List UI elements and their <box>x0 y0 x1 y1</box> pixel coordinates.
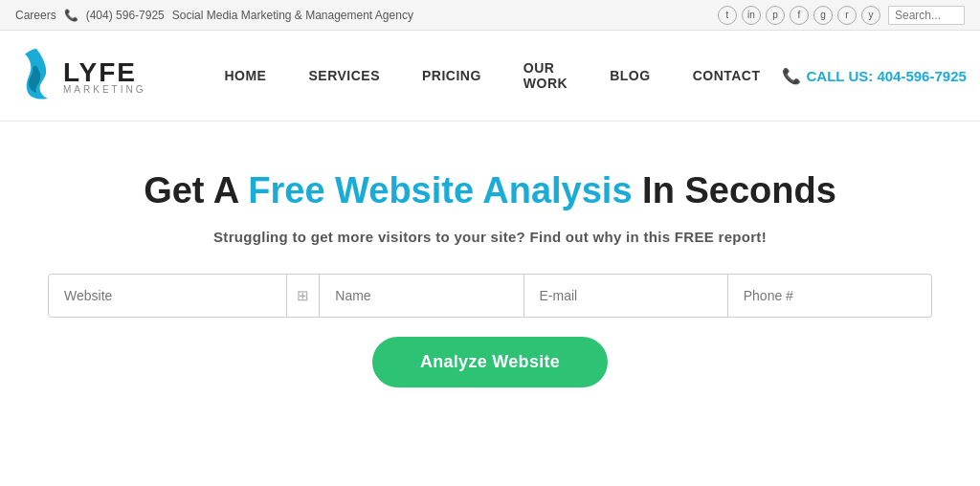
email-input[interactable] <box>524 274 728 318</box>
call-us[interactable]: 📞 CALL US: 404-596-7925 <box>782 67 967 85</box>
title-part2: In Seconds <box>633 170 836 210</box>
call-label: CALL US: 404-596-7925 <box>807 68 967 84</box>
search-input[interactable] <box>888 6 965 25</box>
nav-contact[interactable]: CONTACT <box>672 68 782 83</box>
logo-text-area: LYFE MARKETING <box>63 57 145 95</box>
nav-home[interactable]: HOME <box>203 68 287 83</box>
logo-sub: MARKETING <box>63 84 145 95</box>
analysis-form: ⊞ <box>48 274 932 318</box>
youtube-icon[interactable]: y <box>861 6 880 25</box>
top-bar-left: Careers 📞 (404) 596-7925 Social Media Ma… <box>15 9 413 22</box>
name-input[interactable] <box>320 274 523 318</box>
nav-pricing[interactable]: PRICING <box>401 68 502 83</box>
nav-blog[interactable]: BLOG <box>589 68 671 83</box>
top-bar: Careers 📞 (404) 596-7925 Social Media Ma… <box>0 0 980 31</box>
nav-links: HOME SERVICES PRICING OUR WORK BLOG CONT… <box>203 60 781 91</box>
linkedin-icon[interactable]: in <box>742 6 761 25</box>
phone-icon: 📞 <box>64 9 78 22</box>
pinterest-icon[interactable]: p <box>766 6 785 25</box>
nav-bar: LYFE MARKETING HOME SERVICES PRICING OUR… <box>0 31 980 122</box>
social-icons: t in p f g r y <box>718 6 880 25</box>
nav-services[interactable]: SERVICES <box>287 68 401 83</box>
twitter-icon[interactable]: t <box>718 6 737 25</box>
logo-flame-icon <box>19 47 54 104</box>
logo-name: LYFE <box>63 57 145 88</box>
hero-section: Get A Free Website Analysis In Seconds S… <box>0 122 980 416</box>
googleplus-icon[interactable]: g <box>813 6 833 25</box>
title-highlight: Free Website Analysis <box>248 170 632 210</box>
top-bar-right: t in p f g r y <box>718 6 965 25</box>
call-icon: 📞 <box>782 67 801 85</box>
nav-ourwork[interactable]: OUR WORK <box>502 60 589 91</box>
hero-title: Get A Free Website Analysis In Seconds <box>19 169 961 213</box>
rss-icon[interactable]: r <box>837 6 857 25</box>
tagline: Social Media Marketing & Management Agen… <box>172 9 413 22</box>
phone-input[interactable] <box>728 274 932 318</box>
top-phone[interactable]: (404) 596-7925 <box>86 9 165 22</box>
website-input[interactable] <box>48 274 287 318</box>
website-icon: ⊞ <box>287 274 320 318</box>
careers-link[interactable]: Careers <box>15 9 56 22</box>
title-part1: Get A <box>144 170 248 210</box>
facebook-icon[interactable]: f <box>790 6 809 25</box>
hero-subtitle: Struggling to get more visitors to your … <box>19 229 961 245</box>
analyze-button[interactable]: Analyze Website <box>372 337 608 387</box>
logo-area: LYFE MARKETING <box>19 47 145 104</box>
